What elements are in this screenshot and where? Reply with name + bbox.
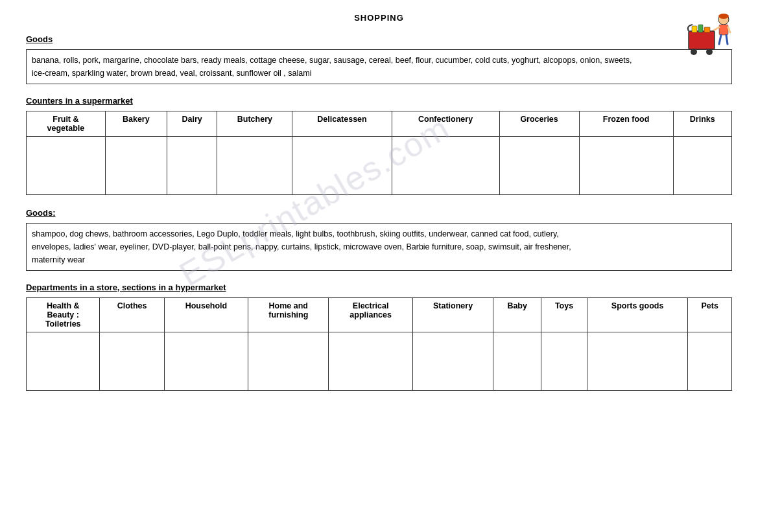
- goods-text-line1: banana, rolls, pork, margarine, chocolat…: [32, 56, 632, 65]
- col-electrical: Electricalappliances: [329, 298, 413, 332]
- cell-fruit-veg-empty: [27, 137, 106, 195]
- cell-stationery-empty: [413, 332, 493, 391]
- cell-drinks-empty: [673, 137, 731, 195]
- svg-point-1: [718, 14, 729, 19]
- svg-line-4: [728, 27, 730, 32]
- col-bakery: Bakery: [105, 111, 167, 137]
- svg-rect-10: [692, 26, 697, 32]
- svg-rect-2: [719, 25, 728, 35]
- goods-box-1: banana, rolls, pork, margarine, chocolat…: [26, 49, 732, 84]
- departments-empty-row: [27, 332, 732, 391]
- col-clothes: Clothes: [100, 298, 164, 332]
- svg-point-9: [706, 49, 713, 55]
- svg-rect-7: [689, 31, 715, 49]
- cell-electrical-empty: [329, 332, 413, 391]
- col-pets: Pets: [688, 298, 732, 332]
- cell-clothes-empty: [100, 332, 164, 391]
- top-decoration: [680, 10, 739, 62]
- svg-line-3: [713, 27, 719, 31]
- counters-empty-row: [27, 137, 732, 195]
- cell-groceries-empty: [499, 137, 579, 195]
- cell-dairy-empty: [167, 137, 217, 195]
- svg-line-5: [719, 35, 721, 44]
- goods2-text-line2: envelopes, ladies' wear, eyeliner, DVD-p…: [32, 242, 571, 251]
- departments-heading: Departments in a store, sections in a hy…: [26, 283, 732, 292]
- goods-heading-2: Goods:: [26, 208, 732, 218]
- col-frozen: Frozen food: [579, 111, 673, 137]
- page-title: SHOPPING: [26, 13, 732, 23]
- svg-point-8: [691, 49, 697, 55]
- departments-table: Health &Beauty :Toiletries Clothes House…: [26, 297, 732, 391]
- col-dairy: Dairy: [167, 111, 217, 137]
- counters-heading: Counters in a supermarket: [26, 96, 732, 106]
- col-butchery: Butchery: [217, 111, 292, 137]
- cell-toys-empty: [541, 332, 587, 391]
- cell-health-empty: [27, 332, 100, 391]
- cell-baby-empty: [493, 332, 541, 391]
- counters-table: Fruit &vegetable Bakery Dairy Butchery D…: [26, 111, 732, 195]
- col-home-furnishing: Home andfurnishing: [248, 298, 329, 332]
- cell-pets-empty: [688, 332, 732, 391]
- col-baby: Baby: [493, 298, 541, 332]
- goods-box-2: shampoo, dog chews, bathroom accessories…: [26, 223, 732, 271]
- svg-line-6: [726, 35, 728, 44]
- col-health-beauty: Health &Beauty :Toiletries: [27, 298, 100, 332]
- col-groceries: Groceries: [499, 111, 579, 137]
- departments-header-row: Health &Beauty :Toiletries Clothes House…: [27, 298, 732, 332]
- cell-household-empty: [164, 332, 248, 391]
- col-household: Household: [164, 298, 248, 332]
- goods2-text-line1: shampoo, dog chews, bathroom accessories…: [32, 229, 559, 238]
- counters-header-row: Fruit &vegetable Bakery Dairy Butchery D…: [27, 111, 732, 137]
- col-confectionery: Confectionery: [392, 111, 499, 137]
- svg-rect-12: [704, 27, 710, 32]
- cell-home-empty: [248, 332, 329, 391]
- svg-rect-11: [698, 25, 703, 32]
- goods-text-line2: ice-cream, sparkling water, brown bread,…: [32, 69, 311, 78]
- cell-delicatessen-empty: [292, 137, 392, 195]
- col-sports: Sports goods: [587, 298, 688, 332]
- cell-frozen-empty: [579, 137, 673, 195]
- goods2-text-line3: maternity wear: [32, 255, 85, 264]
- col-drinks: Drinks: [673, 111, 731, 137]
- col-fruit-veg: Fruit &vegetable: [27, 111, 106, 137]
- col-toys: Toys: [541, 298, 587, 332]
- cell-confectionery-empty: [392, 137, 499, 195]
- goods-heading-1: Goods: [26, 34, 732, 44]
- col-delicatessen: Delicatessen: [292, 111, 392, 137]
- cell-bakery-empty: [105, 137, 167, 195]
- col-stationery: Stationery: [413, 298, 493, 332]
- cell-butchery-empty: [217, 137, 292, 195]
- cell-sports-empty: [587, 332, 688, 391]
